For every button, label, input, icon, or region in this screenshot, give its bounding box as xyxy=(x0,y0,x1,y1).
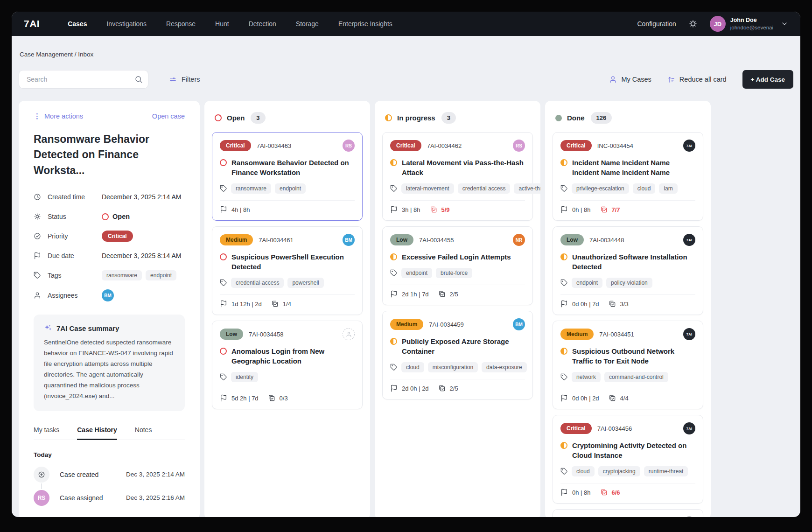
flag-icon xyxy=(220,206,227,213)
card-title-row: Suspicious PowerShell Execution Detected xyxy=(220,252,355,272)
add-case-button[interactable]: + Add Case xyxy=(742,70,793,89)
case-card[interactable]: Low7AI-0034458Anomalous Login from New G… xyxy=(212,321,363,409)
task-counter: 5/9 xyxy=(430,206,450,213)
timeline-time: Dec 3, 2025 2:16 AM xyxy=(126,494,185,501)
case-card[interactable]: Medium7AI-00344517AISuspicious Outbound … xyxy=(553,321,703,409)
tab-notes[interactable]: Notes xyxy=(135,426,152,440)
flag-icon xyxy=(560,206,568,213)
clock-icon xyxy=(34,193,41,201)
nav-item-hunt[interactable]: Hunt xyxy=(215,20,229,28)
case-card[interactable]: Critical7AI-00344567AICryptomining Activ… xyxy=(553,415,703,504)
my-cases-label: My Cases xyxy=(621,76,651,83)
tag-chip: lateral-movement xyxy=(401,183,454,194)
flag-icon xyxy=(390,385,398,392)
tag-icon xyxy=(34,272,41,279)
card-tags: privilege-escalationcloudiam xyxy=(560,183,695,194)
tag-chip: ransomware xyxy=(231,183,271,194)
nav-item-storage[interactable]: Storage xyxy=(296,20,319,28)
case-card[interactable]: CriticalINC-00344547AIIncident Name Inci… xyxy=(553,132,703,221)
priority-badge: Medium xyxy=(220,234,253,245)
tag-chip: runtime-threat xyxy=(644,466,688,476)
tasks-icon xyxy=(600,206,608,213)
nav-item-detection[interactable]: Detection xyxy=(249,20,276,28)
card-title-row: Cryptomining Activity Detected on Cloud … xyxy=(560,441,695,460)
task-counter: 3/3 xyxy=(609,300,629,308)
nav-item-enterprise-insights[interactable]: Enterprise Insights xyxy=(338,20,392,28)
card-tags: cloudmisconfigurationdata-exposure xyxy=(390,362,525,372)
tag-chip: misconfiguration xyxy=(428,362,478,372)
reduce-all-button[interactable]: Reduce all card xyxy=(667,76,727,84)
field-row: Tagsransomwareendpoint xyxy=(34,270,185,281)
case-card[interactable]: Medium7AI-0034459BMPublicly Exposed Azur… xyxy=(382,311,533,399)
unassigned-avatar xyxy=(343,328,355,340)
task-counter: 4/4 xyxy=(609,394,629,402)
case-summary: 7AI Case summary SentinelOne detected su… xyxy=(34,315,185,411)
task-count: 7/7 xyxy=(612,206,620,213)
column-header: In progress3 xyxy=(385,112,530,124)
card-title: Ransomware Behavior Detected on Finance … xyxy=(231,158,355,177)
priority-badge: Medium xyxy=(390,319,423,330)
card-header: Critical7AI-0034462RS xyxy=(390,140,525,152)
case-card[interactable]: Low7AI-00344487AIUnauthorized Software I… xyxy=(553,226,703,315)
card-title-row: Anomalous Login from New Geographic Loca… xyxy=(220,346,355,366)
gear-icon[interactable] xyxy=(688,19,698,28)
tab-my-tasks[interactable]: My tasks xyxy=(34,426,59,440)
card-footer: 0d 0h | 2d4/4 xyxy=(560,394,695,402)
case-card[interactable]: Critical7AI-0034463RSRansomware Behavior… xyxy=(212,132,363,221)
reduce-all-label: Reduce all card xyxy=(679,76,727,83)
filters-button[interactable]: Filters xyxy=(169,76,200,84)
nav-item-response[interactable]: Response xyxy=(166,20,196,28)
tag-icon xyxy=(390,269,398,277)
flag-icon xyxy=(560,489,568,496)
nav-menu: CasesInvestigationsResponseHuntDetection… xyxy=(68,20,392,28)
case-card[interactable]: Critical7AI-00344607AIMalicious Process … xyxy=(553,509,703,517)
case-card[interactable]: Critical7AI-0034462RSLateral Movement vi… xyxy=(382,132,533,221)
field-label: Assignees xyxy=(48,292,102,299)
case-fields: Created timeDecember 3, 2025 2:14 AMStat… xyxy=(34,191,185,301)
case-id: INC-0034454 xyxy=(597,142,678,149)
card-divider xyxy=(220,294,355,295)
timeline-label: Case created xyxy=(60,471,126,478)
tag-chip: endpoint xyxy=(572,278,602,288)
case-id: 7AI-0034462 xyxy=(427,142,507,149)
tag-chip: credential-access xyxy=(231,278,284,288)
case-id: 7AI-0034456 xyxy=(597,425,678,432)
card-tags: identity xyxy=(220,372,355,382)
card-footer: 1d 12h | 2d1/4 xyxy=(220,300,355,308)
more-actions-button[interactable]: ⋮ More actions xyxy=(34,112,83,120)
tasks-icon xyxy=(271,300,279,308)
open-case-link[interactable]: Open case xyxy=(152,112,185,120)
user-name: John Doe xyxy=(730,16,773,24)
card-title: Cryptomining Activity Detected on Cloud … xyxy=(572,441,695,460)
sort-up-icon xyxy=(667,76,675,84)
card-title-row: Ransomware Behavior Detected on Finance … xyxy=(220,158,355,177)
nav-item-configuration[interactable]: Configuration xyxy=(637,20,676,28)
user-menu[interactable]: JD John Doe johndoe@sevenai xyxy=(710,16,788,32)
column-in-progress: In progress3Critical7AI-0034462RSLateral… xyxy=(375,101,540,517)
search-input[interactable] xyxy=(19,70,148,89)
case-card[interactable]: Low7AI-0034455NRExcessive Failed Login A… xyxy=(382,226,533,305)
case-id: 7AI-0034458 xyxy=(249,331,337,338)
case-title: Ransomware Behavior Detected on Finance … xyxy=(34,132,185,178)
priority-badge: Critical xyxy=(560,423,592,434)
card-time: 3h | 8h xyxy=(402,206,420,213)
card-header: CriticalINC-00344547AI xyxy=(560,140,695,152)
status-open-icon xyxy=(215,114,222,121)
priority-badge: Low xyxy=(560,234,584,245)
card-divider xyxy=(560,389,695,389)
nav-item-investigations[interactable]: Investigations xyxy=(106,20,147,28)
card-time: 0h | 8h xyxy=(572,206,591,213)
tab-case-history[interactable]: Case History xyxy=(77,426,117,440)
card-header: Medium7AI-0034461BM xyxy=(220,234,355,246)
task-counter: 7/7 xyxy=(600,206,620,213)
nav-item-cases[interactable]: Cases xyxy=(68,20,87,28)
card-title: Suspicious PowerShell Execution Detected xyxy=(231,252,355,272)
my-cases-button[interactable]: My Cases xyxy=(609,76,651,84)
case-card[interactable]: Medium7AI-0034461BMSuspicious PowerShell… xyxy=(212,226,363,315)
task-count: 3/3 xyxy=(620,301,629,308)
logo-avatar: 7AI xyxy=(683,234,695,246)
page-content: Case Management / Inbox Filters My Cases… xyxy=(12,36,800,517)
field-label: Due date xyxy=(48,252,102,259)
card-footer: 4h | 8h xyxy=(220,206,355,213)
field-row: AssigneesBM xyxy=(34,289,185,301)
